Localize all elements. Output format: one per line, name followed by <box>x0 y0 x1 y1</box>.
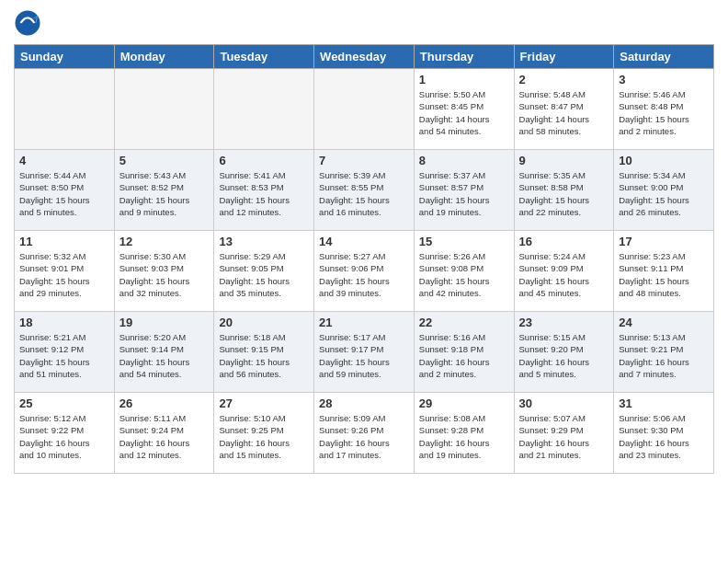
day-number: 25 <box>19 396 109 410</box>
day-number: 22 <box>419 316 509 329</box>
calendar-week-row: 25Sunrise: 5:12 AM Sunset: 9:22 PM Dayli… <box>15 393 714 474</box>
day-number: 7 <box>319 154 409 167</box>
day-number: 15 <box>419 235 509 248</box>
calendar-cell: 27Sunrise: 5:10 AM Sunset: 9:25 PM Dayli… <box>214 393 314 474</box>
day-info: Sunrise: 5:21 AM Sunset: 9:12 PM Dayligh… <box>19 331 109 380</box>
calendar-cell: 24Sunrise: 5:13 AM Sunset: 9:21 PM Dayli… <box>614 312 714 393</box>
day-number: 11 <box>19 235 109 248</box>
calendar-cell: 1Sunrise: 5:50 AM Sunset: 8:45 PM Daylig… <box>414 69 514 150</box>
calendar-week-row: 4Sunrise: 5:44 AM Sunset: 8:50 PM Daylig… <box>15 150 714 231</box>
day-number: 30 <box>519 396 609 410</box>
calendar-table: SundayMondayTuesdayWednesdayThursdayFrid… <box>14 44 714 474</box>
day-number: 27 <box>219 396 309 410</box>
day-number: 21 <box>319 316 409 329</box>
logo <box>14 9 45 37</box>
day-info: Sunrise: 5:43 AM Sunset: 8:52 PM Dayligh… <box>119 169 210 218</box>
calendar-week-row: 11Sunrise: 5:32 AM Sunset: 9:01 PM Dayli… <box>15 231 714 312</box>
calendar-cell: 21Sunrise: 5:17 AM Sunset: 9:17 PM Dayli… <box>314 312 415 393</box>
calendar-cell: 2Sunrise: 5:48 AM Sunset: 8:47 PM Daylig… <box>514 69 614 150</box>
day-number: 29 <box>419 396 509 410</box>
day-number: 14 <box>319 235 409 248</box>
calendar-cell <box>214 69 314 150</box>
day-info: Sunrise: 5:32 AM Sunset: 9:01 PM Dayligh… <box>19 250 109 299</box>
calendar-cell: 31Sunrise: 5:06 AM Sunset: 9:30 PM Dayli… <box>614 393 714 474</box>
calendar-cell: 9Sunrise: 5:35 AM Sunset: 8:58 PM Daylig… <box>514 150 614 231</box>
calendar-cell: 10Sunrise: 5:34 AM Sunset: 9:00 PM Dayli… <box>614 150 714 231</box>
day-number: 12 <box>119 235 210 248</box>
day-info: Sunrise: 5:29 AM Sunset: 9:05 PM Dayligh… <box>219 250 309 299</box>
calendar-cell: 3Sunrise: 5:46 AM Sunset: 8:48 PM Daylig… <box>614 69 714 150</box>
page-header <box>14 9 714 37</box>
day-number: 6 <box>219 154 309 167</box>
day-number: 3 <box>619 73 709 86</box>
day-info: Sunrise: 5:24 AM Sunset: 9:09 PM Dayligh… <box>519 250 609 299</box>
logo-icon <box>14 9 41 37</box>
day-info: Sunrise: 5:46 AM Sunset: 8:48 PM Dayligh… <box>619 88 709 137</box>
calendar-cell: 16Sunrise: 5:24 AM Sunset: 9:09 PM Dayli… <box>514 231 614 312</box>
calendar-cell: 13Sunrise: 5:29 AM Sunset: 9:05 PM Dayli… <box>214 231 314 312</box>
calendar-cell: 30Sunrise: 5:07 AM Sunset: 9:29 PM Dayli… <box>514 393 614 474</box>
calendar-cell: 17Sunrise: 5:23 AM Sunset: 9:11 PM Dayli… <box>614 231 714 312</box>
day-info: Sunrise: 5:41 AM Sunset: 8:53 PM Dayligh… <box>219 169 309 218</box>
calendar-cell: 22Sunrise: 5:16 AM Sunset: 9:18 PM Dayli… <box>414 312 514 393</box>
calendar-cell: 12Sunrise: 5:30 AM Sunset: 9:03 PM Dayli… <box>114 231 214 312</box>
day-info: Sunrise: 5:17 AM Sunset: 9:17 PM Dayligh… <box>319 331 409 380</box>
day-info: Sunrise: 5:11 AM Sunset: 9:24 PM Dayligh… <box>119 412 210 461</box>
day-info: Sunrise: 5:16 AM Sunset: 9:18 PM Dayligh… <box>419 331 509 380</box>
calendar-week-row: 18Sunrise: 5:21 AM Sunset: 9:12 PM Dayli… <box>15 312 714 393</box>
weekday-header-monday: Monday <box>114 45 214 69</box>
day-info: Sunrise: 5:48 AM Sunset: 8:47 PM Dayligh… <box>519 88 609 137</box>
day-info: Sunrise: 5:44 AM Sunset: 8:50 PM Dayligh… <box>19 169 109 218</box>
day-number: 17 <box>619 235 709 248</box>
day-number: 26 <box>119 396 210 410</box>
day-info: Sunrise: 5:30 AM Sunset: 9:03 PM Dayligh… <box>119 250 210 299</box>
day-info: Sunrise: 5:10 AM Sunset: 9:25 PM Dayligh… <box>219 412 309 461</box>
svg-point-0 <box>16 11 40 36</box>
weekday-header-tuesday: Tuesday <box>214 45 314 69</box>
calendar-cell: 4Sunrise: 5:44 AM Sunset: 8:50 PM Daylig… <box>15 150 115 231</box>
calendar-cell: 15Sunrise: 5:26 AM Sunset: 9:08 PM Dayli… <box>414 231 514 312</box>
day-number: 4 <box>19 154 109 167</box>
day-number: 9 <box>519 154 609 167</box>
weekday-header-row: SundayMondayTuesdayWednesdayThursdayFrid… <box>15 45 714 69</box>
day-info: Sunrise: 5:09 AM Sunset: 9:26 PM Dayligh… <box>319 412 409 461</box>
calendar-cell: 18Sunrise: 5:21 AM Sunset: 9:12 PM Dayli… <box>15 312 115 393</box>
calendar-cell: 28Sunrise: 5:09 AM Sunset: 9:26 PM Dayli… <box>314 393 415 474</box>
calendar-cell: 23Sunrise: 5:15 AM Sunset: 9:20 PM Dayli… <box>514 312 614 393</box>
day-number: 28 <box>319 396 409 410</box>
day-info: Sunrise: 5:50 AM Sunset: 8:45 PM Dayligh… <box>419 88 509 137</box>
day-info: Sunrise: 5:06 AM Sunset: 9:30 PM Dayligh… <box>619 412 709 461</box>
calendar-cell: 11Sunrise: 5:32 AM Sunset: 9:01 PM Dayli… <box>15 231 115 312</box>
calendar-cell: 26Sunrise: 5:11 AM Sunset: 9:24 PM Dayli… <box>114 393 214 474</box>
day-info: Sunrise: 5:27 AM Sunset: 9:06 PM Dayligh… <box>319 250 409 299</box>
weekday-header-saturday: Saturday <box>614 45 714 69</box>
calendar-cell: 5Sunrise: 5:43 AM Sunset: 8:52 PM Daylig… <box>114 150 214 231</box>
calendar-cell: 19Sunrise: 5:20 AM Sunset: 9:14 PM Dayli… <box>114 312 214 393</box>
day-number: 5 <box>119 154 210 167</box>
weekday-header-wednesday: Wednesday <box>314 45 415 69</box>
calendar-cell <box>314 69 415 150</box>
weekday-header-sunday: Sunday <box>15 45 115 69</box>
day-number: 13 <box>219 235 309 248</box>
calendar-cell: 6Sunrise: 5:41 AM Sunset: 8:53 PM Daylig… <box>214 150 314 231</box>
day-number: 24 <box>619 316 709 329</box>
day-info: Sunrise: 5:35 AM Sunset: 8:58 PM Dayligh… <box>519 169 609 218</box>
day-number: 1 <box>419 73 509 86</box>
day-info: Sunrise: 5:12 AM Sunset: 9:22 PM Dayligh… <box>19 412 109 461</box>
calendar-cell: 8Sunrise: 5:37 AM Sunset: 8:57 PM Daylig… <box>414 150 514 231</box>
day-number: 10 <box>619 154 709 167</box>
calendar-cell: 20Sunrise: 5:18 AM Sunset: 9:15 PM Dayli… <box>214 312 314 393</box>
day-number: 19 <box>119 316 210 329</box>
day-number: 2 <box>519 73 609 86</box>
calendar-cell: 14Sunrise: 5:27 AM Sunset: 9:06 PM Dayli… <box>314 231 415 312</box>
calendar-cell <box>15 69 115 150</box>
day-info: Sunrise: 5:39 AM Sunset: 8:55 PM Dayligh… <box>319 169 409 218</box>
day-number: 18 <box>19 316 109 329</box>
day-info: Sunrise: 5:18 AM Sunset: 9:15 PM Dayligh… <box>219 331 309 380</box>
calendar-cell: 29Sunrise: 5:08 AM Sunset: 9:28 PM Dayli… <box>414 393 514 474</box>
day-info: Sunrise: 5:37 AM Sunset: 8:57 PM Dayligh… <box>419 169 509 218</box>
day-number: 8 <box>419 154 509 167</box>
day-info: Sunrise: 5:20 AM Sunset: 9:14 PM Dayligh… <box>119 331 210 380</box>
day-info: Sunrise: 5:15 AM Sunset: 9:20 PM Dayligh… <box>519 331 609 380</box>
page-container: SundayMondayTuesdayWednesdayThursdayFrid… <box>0 0 728 483</box>
